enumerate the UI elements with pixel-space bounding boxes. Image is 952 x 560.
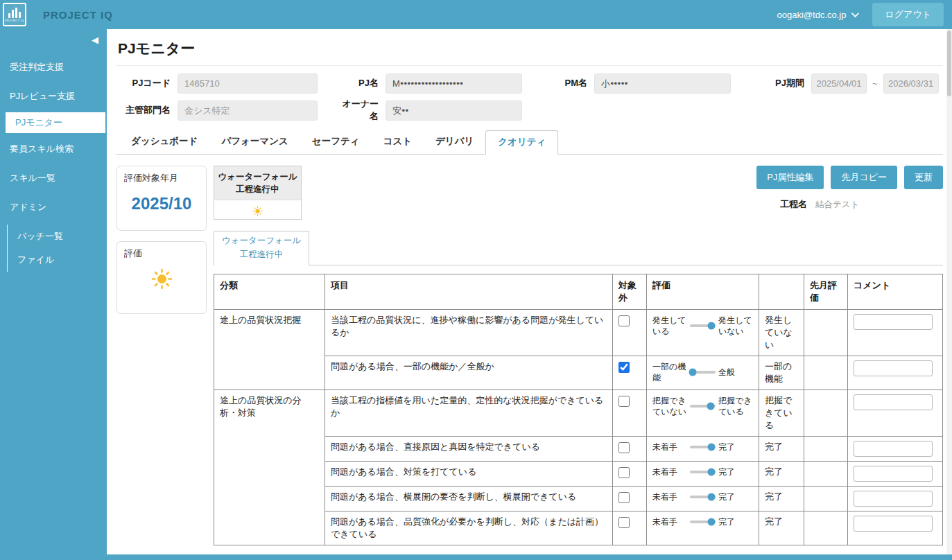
excluded-checkbox[interactable] bbox=[618, 492, 630, 503]
update-button[interactable]: 更新 bbox=[904, 166, 943, 189]
item-cell: 問題がある場合、一部の機能か／全般か bbox=[325, 356, 613, 390]
col-category: 分類 bbox=[214, 274, 325, 310]
col-comment: コメント bbox=[848, 274, 943, 310]
evaluation-slider[interactable] bbox=[690, 371, 716, 374]
quality-tab-content: 評価対象年月 2025/10 評価 ウォーターフォール 工程進行中 bbox=[116, 166, 943, 545]
sidebar-item-order-judgment[interactable]: 受注判定支援 bbox=[0, 53, 107, 82]
slider-right-label: 完了 bbox=[718, 466, 753, 478]
comment-input[interactable] bbox=[854, 314, 933, 330]
comment-input[interactable] bbox=[854, 491, 933, 507]
dept-field[interactable]: 金シス特定 bbox=[178, 100, 318, 121]
prev-evaluation-cell bbox=[804, 356, 848, 390]
tab-performance[interactable]: パフォーマンス bbox=[209, 130, 300, 154]
comment-input[interactable] bbox=[854, 466, 933, 482]
evaluation-value-cell: 完了 bbox=[759, 437, 804, 462]
comment-input[interactable] bbox=[854, 441, 933, 457]
slider-right-label: 把握できている bbox=[718, 395, 753, 417]
sidebar-collapse-icon[interactable]: ◀ bbox=[92, 35, 98, 45]
sidebar-item-pj-monitor[interactable]: PJモニター bbox=[6, 112, 105, 133]
evaluation-value-cell: 完了 bbox=[759, 511, 804, 545]
slider-handle[interactable] bbox=[689, 369, 696, 376]
slider-handle[interactable] bbox=[708, 518, 716, 526]
logout-button[interactable]: ログアウト bbox=[872, 3, 944, 26]
comment-input[interactable] bbox=[854, 516, 933, 532]
slider-right-label: 完了 bbox=[718, 491, 753, 502]
eval-month-value: 2025/10 bbox=[124, 194, 199, 213]
sidebar-item-skill-search[interactable]: 要員スキル検索 bbox=[0, 134, 107, 164]
app-name: PROJECT IQ bbox=[43, 9, 113, 21]
category-cell: 途上の品質状況把握 bbox=[214, 310, 325, 390]
actions-area: PJ属性編集 先月コピー 更新 工程名 結合テスト bbox=[756, 166, 943, 211]
process-card-title: ウォーターフォール 工程進行中 bbox=[214, 166, 301, 200]
vertical-scrollbar[interactable] bbox=[946, 29, 952, 554]
copy-last-month-button[interactable]: 先月コピー bbox=[831, 166, 897, 189]
excluded-checkbox[interactable] bbox=[618, 517, 630, 528]
evaluation-slider[interactable] bbox=[690, 405, 716, 408]
tab-waterfall-in-progress[interactable]: ウォーターフォール 工程進行中 bbox=[214, 231, 309, 265]
evaluation-value-cell: 完了 bbox=[759, 487, 804, 511]
app-window: PROJECT IQ PROJECT IQ oogaki@tdc.co.jp ロ… bbox=[0, 0, 952, 560]
evaluation-slider[interactable] bbox=[690, 496, 716, 498]
prev-evaluation-cell bbox=[804, 437, 848, 462]
pj-code-field[interactable]: 1465710 bbox=[178, 73, 318, 94]
tab-delivery[interactable]: デリバリ bbox=[424, 130, 485, 154]
evaluation-slider[interactable] bbox=[690, 520, 716, 523]
excluded-checkbox[interactable] bbox=[618, 467, 630, 478]
item-cell: 当該工程の指標値を用いた定量的、定性的な状況把握ができているか bbox=[325, 390, 613, 437]
page-title: PJモニター bbox=[116, 35, 943, 66]
excluded-checkbox[interactable] bbox=[618, 362, 630, 373]
evaluation-slider[interactable] bbox=[690, 471, 716, 473]
pj-period-start-field[interactable]: 2025/04/01 bbox=[811, 73, 867, 94]
scrollbar-thumb[interactable] bbox=[947, 30, 951, 96]
slider-handle[interactable] bbox=[708, 444, 716, 451]
slider-left-label: 未着手 bbox=[652, 466, 687, 478]
slider-right-label: 発生していない bbox=[718, 315, 753, 337]
excluded-checkbox[interactable] bbox=[618, 315, 630, 326]
pj-name-field[interactable]: M•••••••••••••••••• bbox=[386, 73, 522, 94]
quality-evaluation-table: 分類 項目 対象外 評価 先月評価 コメント 途上の品質状況把 bbox=[214, 274, 943, 545]
comment-input[interactable] bbox=[854, 394, 933, 410]
col-value bbox=[759, 274, 804, 310]
prev-evaluation-cell bbox=[804, 390, 848, 437]
slider-handle[interactable] bbox=[707, 403, 714, 410]
owner-field[interactable]: 安•• bbox=[386, 100, 522, 121]
sidebar-item-skill-list[interactable]: スキル一覧 bbox=[0, 164, 107, 193]
tab-quality[interactable]: クオリティ bbox=[485, 130, 558, 155]
slider-left-label: 未着手 bbox=[652, 491, 687, 502]
excluded-checkbox[interactable] bbox=[618, 442, 630, 453]
slider-handle[interactable] bbox=[708, 322, 716, 330]
tab-safety[interactable]: セーフティ bbox=[300, 130, 372, 154]
sidebar-item-file[interactable]: ファイル bbox=[8, 248, 107, 272]
sidebar-item-admin[interactable]: アドミン bbox=[0, 193, 107, 222]
prev-evaluation-cell bbox=[804, 310, 848, 356]
sidebar-item-pj-review[interactable]: PJレビュー支援 bbox=[0, 82, 107, 111]
pj-period-end-field[interactable]: 2026/03/31 bbox=[883, 73, 939, 94]
pm-name-field[interactable]: 小••••• bbox=[594, 73, 731, 94]
tab-dashboard[interactable]: ダッシュボード bbox=[119, 130, 209, 154]
excluded-checkbox[interactable] bbox=[618, 396, 630, 407]
sun-icon bbox=[151, 268, 173, 290]
chevron-down-icon bbox=[851, 10, 859, 17]
sidebar-item-batch-list[interactable]: バッチ一覧 bbox=[8, 225, 107, 248]
slider-left-label: 一部の機能 bbox=[652, 361, 687, 383]
dept-label: 主管部門名 bbox=[116, 104, 171, 116]
evaluation-value-cell: 一部の機能 bbox=[759, 356, 804, 390]
user-account-menu[interactable]: oogaki@tdc.co.jp bbox=[777, 10, 858, 20]
pj-code-label: PJコード bbox=[116, 77, 171, 89]
pj-name-label: PJ名 bbox=[340, 77, 379, 89]
item-cell: 問題がある場合、品質強化が必要かを判断し、対応（または計画）できている bbox=[325, 511, 613, 545]
process-name-value: 結合テスト bbox=[815, 199, 943, 211]
col-evaluation: 評価 bbox=[647, 274, 759, 310]
evaluation-slider[interactable] bbox=[690, 324, 716, 327]
slider-handle[interactable] bbox=[708, 469, 716, 476]
category-cell: 途上の品質状況の分析・対策 bbox=[214, 390, 325, 545]
slider-handle[interactable] bbox=[708, 493, 716, 501]
tab-cost[interactable]: コスト bbox=[372, 130, 424, 154]
comment-input[interactable] bbox=[854, 360, 933, 376]
bottom-bar bbox=[0, 554, 952, 560]
slider-left-label: 発生している bbox=[652, 315, 687, 337]
pj-attribute-edit-button[interactable]: PJ属性編集 bbox=[756, 166, 824, 189]
item-cell: 当該工程の品質状況に、進捗や稼働に影響がある問題が発生しているか bbox=[325, 310, 613, 356]
prev-evaluation-cell bbox=[804, 462, 848, 487]
evaluation-slider[interactable] bbox=[690, 446, 716, 448]
